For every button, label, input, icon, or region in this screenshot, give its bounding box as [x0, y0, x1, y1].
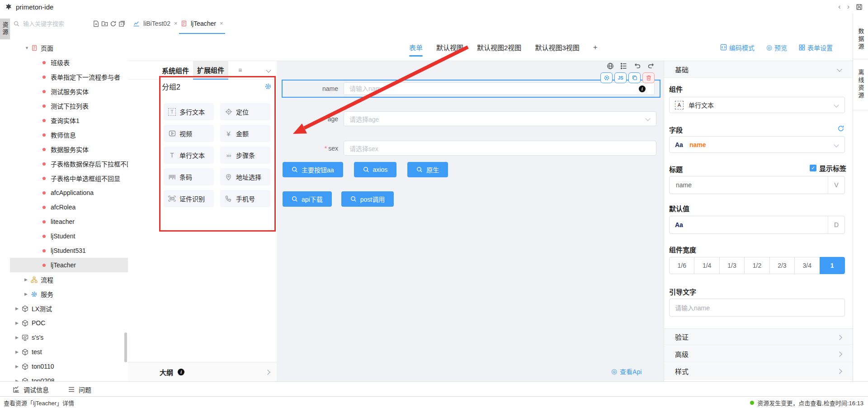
status-left-text[interactable]: 查看资源「ljTeacher」详情	[4, 399, 74, 407]
chevron-down-icon[interactable]	[266, 67, 271, 72]
view-tab-default2[interactable]: 默认视图2视图	[477, 43, 521, 52]
caret-right-icon[interactable]: ▶	[15, 364, 22, 369]
field-refresh-icon[interactable]	[837, 125, 844, 132]
editor-tab-libitest02[interactable]: liBiTest02 ×	[131, 14, 179, 33]
field-copy-button[interactable]	[628, 72, 641, 83]
name-input[interactable]	[344, 82, 655, 95]
tree-item[interactable]: 测试服务实体	[10, 84, 128, 99]
debug-info-button[interactable]: 调试信息	[13, 385, 49, 394]
view-tab-default3[interactable]: 默认视图3视图	[535, 43, 579, 52]
palette-item-address[interactable]: 地址选择	[220, 168, 270, 185]
tree-item[interactable]: liteacher	[10, 214, 128, 229]
tree-item[interactable]: 测试下拉列表	[10, 99, 128, 113]
tree-scrollbar[interactable]	[124, 332, 127, 362]
tree-item[interactable]: 查询实体1	[10, 113, 128, 128]
tree-item-selected[interactable]: ljTeacher	[10, 258, 128, 272]
tree-item-pages-root[interactable]: ▼ 页面	[10, 41, 128, 55]
close-icon[interactable]: ×	[174, 20, 178, 27]
activity-tab-resources[interactable]: 资源	[0, 19, 10, 39]
field-settings-gear-button[interactable]	[600, 72, 613, 83]
tree-item-project[interactable]: ▶ POC	[10, 316, 128, 330]
post-call-button[interactable]: post调用	[341, 191, 394, 207]
tree-item-project[interactable]: ▶ ton0208	[10, 374, 128, 381]
tree-item[interactable]: ljStudent	[10, 229, 128, 243]
palette-item-location[interactable]: 定位	[220, 103, 270, 120]
view-tab-form[interactable]: 表单	[409, 43, 423, 52]
close-icon[interactable]: ×	[220, 20, 223, 27]
field-info-icon[interactable]: i	[639, 85, 646, 92]
outline-bar[interactable]: 大纲 i	[128, 362, 277, 382]
form-settings-button[interactable]: 表单设置	[799, 43, 833, 52]
redo-icon[interactable]	[647, 62, 655, 70]
dock-tab-offline-resources[interactable]: 离线资源	[853, 59, 868, 110]
save-icon[interactable]	[856, 4, 863, 10]
section-basic[interactable]: 基础	[664, 61, 853, 78]
search-input[interactable]	[22, 20, 78, 28]
tree-item[interactable]: 班级表	[10, 55, 128, 70]
preview-button[interactable]: ◎ 预览	[766, 43, 787, 52]
nav-back-icon[interactable]: ‹	[838, 0, 840, 14]
component-select[interactable]: A 单行文本	[669, 97, 845, 113]
tree-item[interactable]: 子表格数据保存后下拉框不回显	[10, 157, 128, 171]
width-option[interactable]: 1/2	[744, 257, 769, 274]
caret-right-icon[interactable]: ▶	[24, 277, 31, 282]
section-validation[interactable]: 验证	[664, 328, 853, 345]
width-option[interactable]: 3/4	[794, 257, 820, 274]
i18n-globe-icon[interactable]	[607, 62, 614, 70]
width-option[interactable]: 1/4	[694, 257, 719, 274]
dock-tab-datasource[interactable]: 数据源	[853, 14, 868, 59]
palette-item-video[interactable]: 视频	[164, 125, 214, 142]
tree-item-project[interactable]: ▶ test	[10, 345, 128, 359]
chevron-right-icon[interactable]	[265, 370, 270, 375]
tree-item[interactable]: afcApplicationa	[10, 185, 128, 200]
outline-tree-icon[interactable]	[620, 62, 627, 70]
title-input[interactable]	[675, 181, 812, 189]
tree-item[interactable]: 教师信息	[10, 128, 128, 142]
palette-tab-extend[interactable]: 扩展组件	[193, 61, 228, 80]
view-api-link[interactable]: ◎ 查看Api	[611, 367, 642, 376]
tree-item[interactable]: afcRolea	[10, 200, 128, 214]
undo-icon[interactable]	[634, 62, 641, 70]
palette-menu-icon[interactable]: ≡	[238, 66, 242, 74]
section-advanced[interactable]: 高级	[664, 346, 853, 362]
field-js-button[interactable]: JS	[614, 72, 627, 83]
tree-item-project[interactable]: ▶ ton0110	[10, 359, 128, 374]
section-style[interactable]: 样式	[664, 363, 853, 380]
width-option[interactable]: 1/6	[669, 257, 694, 274]
refresh-icon[interactable]	[110, 20, 117, 27]
caret-right-icon[interactable]: ▶	[24, 292, 31, 296]
tree-item[interactable]: ljStudent531	[10, 243, 128, 258]
palette-item-barcode[interactable]: 条码	[164, 168, 214, 185]
width-option[interactable]: 2/3	[769, 257, 795, 274]
palette-item-multiline-text[interactable]: T 多行文本	[164, 103, 214, 120]
tree-item-project[interactable]: ▶ s's's	[10, 330, 128, 345]
tree-item-project[interactable]: ▶ LX测试	[10, 301, 128, 316]
caret-right-icon[interactable]: ▶	[15, 350, 22, 354]
tree-item[interactable]: 数据服务实体	[10, 142, 128, 157]
field-select[interactable]: Aa name	[669, 136, 845, 153]
add-resource-icon[interactable]	[93, 20, 99, 27]
caret-down-icon[interactable]: ▼	[25, 46, 31, 50]
default-value-dynamic-button[interactable]: D	[828, 216, 844, 233]
native-button[interactable]: 原生	[407, 162, 448, 177]
editor-tab-ljteacher[interactable]: ljTeacher ×	[179, 14, 225, 34]
nav-forward-icon[interactable]: ›	[847, 0, 849, 14]
palette-tab-system[interactable]: 系统组件	[158, 61, 193, 79]
api-download-button[interactable]: api下载	[283, 191, 332, 207]
field-delete-button[interactable]	[642, 72, 655, 83]
add-view-tab-button[interactable]: +	[593, 43, 598, 52]
caret-right-icon[interactable]: ▶	[15, 306, 22, 311]
caret-right-icon[interactable]: ▶	[15, 321, 22, 325]
axios-button[interactable]: axios	[354, 162, 397, 177]
code-mode-button[interactable]: 编码模式	[720, 43, 755, 52]
tree-item[interactable]: 子表格中单选框组不回显	[10, 171, 128, 185]
age-select[interactable]: 请选择age	[344, 111, 656, 126]
tree-item[interactable]: 表单指定下一流程参与者	[10, 70, 128, 84]
add-folder-icon[interactable]	[101, 20, 108, 27]
sex-select[interactable]: 请选择sex	[344, 141, 656, 156]
show-label-checkbox[interactable]: ✓	[810, 165, 816, 171]
group-settings-gear-icon[interactable]	[264, 83, 272, 90]
palette-item-id-recognition[interactable]: 证件识别	[164, 190, 214, 207]
caret-right-icon[interactable]: ▶	[15, 335, 22, 340]
default-value-input-wrap[interactable]: Aa D	[669, 216, 845, 234]
